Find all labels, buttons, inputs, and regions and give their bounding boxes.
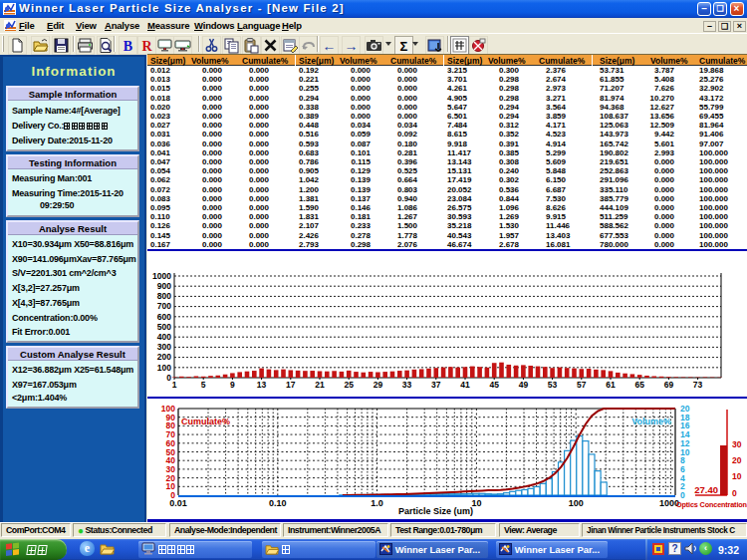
svg-text:900: 900 — [157, 281, 171, 291]
svg-text:33: 33 — [402, 380, 412, 390]
svg-text:30: 30 — [732, 439, 742, 449]
svg-text:100: 100 — [569, 498, 584, 508]
svg-text:21: 21 — [315, 380, 325, 390]
svg-text:1000: 1000 — [152, 271, 171, 281]
svg-text:200: 200 — [157, 352, 171, 362]
svg-text:37: 37 — [431, 380, 441, 390]
svg-text:700: 700 — [157, 301, 171, 311]
svg-text:69: 69 — [664, 380, 674, 390]
svg-text:800: 800 — [157, 291, 171, 301]
svg-text:17: 17 — [286, 380, 296, 390]
svg-text:13: 13 — [257, 380, 267, 390]
svg-text:100: 100 — [157, 363, 171, 373]
svg-text:73: 73 — [693, 380, 703, 390]
svg-text:20: 20 — [732, 455, 742, 465]
svg-text:45: 45 — [489, 380, 499, 390]
svg-text:300: 300 — [157, 342, 171, 352]
svg-text:65: 65 — [634, 380, 644, 390]
svg-text:53: 53 — [548, 380, 558, 390]
svg-text:49: 49 — [519, 380, 529, 390]
svg-text:0: 0 — [732, 488, 737, 498]
svg-text:0: 0 — [680, 490, 685, 500]
svg-text:57: 57 — [577, 380, 587, 390]
svg-text:9: 9 — [230, 380, 235, 390]
svg-text:500: 500 — [157, 322, 171, 332]
svg-text:Volume%: Volume% — [631, 417, 671, 426]
svg-text:400: 400 — [157, 332, 171, 342]
svg-text:41: 41 — [460, 380, 470, 390]
svg-text:0.10: 0.10 — [269, 498, 287, 508]
svg-text:0: 0 — [166, 373, 171, 383]
svg-text:29: 29 — [374, 380, 383, 390]
svg-text:25: 25 — [344, 380, 354, 390]
svg-text:1.0: 1.0 — [371, 498, 383, 508]
svg-text:5: 5 — [201, 380, 206, 390]
svg-text:600: 600 — [157, 312, 171, 322]
svg-text:10: 10 — [732, 471, 742, 481]
svg-text:Optics Concentration: Optics Concentration — [676, 500, 747, 509]
svg-text:0.01: 0.01 — [169, 498, 187, 508]
svg-text:27.40: 27.40 — [694, 484, 718, 495]
svg-text:Particle Size (um): Particle Size (um) — [398, 506, 473, 516]
svg-text:61: 61 — [606, 380, 616, 390]
svg-text:1: 1 — [172, 380, 177, 390]
svg-text:Cumulate%: Cumulate% — [181, 417, 230, 426]
